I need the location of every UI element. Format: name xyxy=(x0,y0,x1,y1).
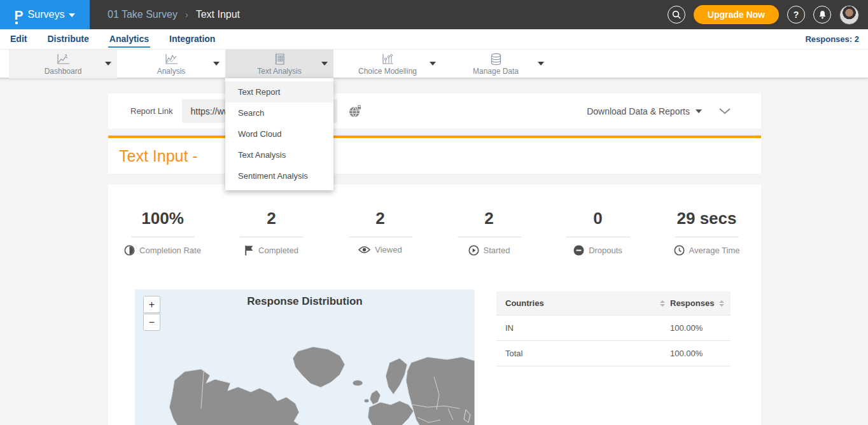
stat-label: Completion Rate xyxy=(139,246,201,255)
breadcrumb: 01 Take Survey › Text Input Upgrade Now … xyxy=(90,0,868,29)
tab-text-analysis[interactable]: Text Analysis xyxy=(225,50,333,78)
sort-responses-icon[interactable] xyxy=(719,300,724,307)
stat-value: 2 xyxy=(217,209,326,228)
zoom-in-button[interactable]: + xyxy=(143,296,160,313)
play-circle-icon xyxy=(468,245,479,256)
stat-started: 2 Started xyxy=(435,209,543,256)
clock-icon xyxy=(674,245,685,256)
analysis-icon xyxy=(164,53,179,66)
nav-integration[interactable]: Integration xyxy=(168,31,216,48)
caret-down-icon[interactable] xyxy=(538,62,544,66)
report-content-panel: 100% Completion Rate 2 Completed 2 Viewe… xyxy=(108,185,761,425)
tab-dashboard[interactable]: Dashboard xyxy=(9,50,117,78)
responses-cell: 100.00% xyxy=(670,323,731,333)
menu-item-word-cloud[interactable]: Word Cloud xyxy=(225,123,333,144)
stat-label: Completed xyxy=(258,246,298,255)
europe-region xyxy=(368,401,414,425)
menu-item-sentiment-analysis[interactable]: Sentiment Analysis xyxy=(225,165,333,186)
stat-value: 2 xyxy=(326,209,435,228)
table-row: IN 100.00% xyxy=(496,316,731,341)
header-actions: Upgrade Now ? xyxy=(668,5,868,25)
breadcrumb-survey-link[interactable]: 01 Take Survey xyxy=(108,9,178,20)
tab-label: Dashboard xyxy=(45,67,82,76)
analytics-toolbar: Dashboard Analysis Text Analysis Choice … xyxy=(0,49,868,78)
caret-down-icon[interactable] xyxy=(213,62,220,66)
download-data-reports-dropdown[interactable]: Download Data & Reports xyxy=(587,106,702,116)
countries-table-header: Countries Responses xyxy=(496,291,731,316)
choice-modelling-icon xyxy=(380,53,396,66)
menu-item-search[interactable]: Search xyxy=(225,102,333,123)
flag-icon xyxy=(244,245,254,256)
table-row-total: Total 100.00% xyxy=(496,341,731,366)
nav-edit[interactable]: Edit xyxy=(9,31,28,48)
caret-down-icon xyxy=(696,109,702,113)
response-distribution-map: Response Distribution + − xyxy=(135,289,475,425)
north-america-region xyxy=(169,369,302,425)
top-header: P Surveys 01 Take Survey › Text Input Up… xyxy=(0,0,868,29)
uk-region xyxy=(370,390,381,405)
tab-label: Analysis xyxy=(157,67,186,76)
stat-viewed: 2 Viewed xyxy=(326,209,435,256)
tab-choice-modelling[interactable]: Choice Modelling xyxy=(333,50,442,78)
report-link-label: Report Link xyxy=(130,106,172,116)
collapse-panel-button[interactable] xyxy=(719,108,731,115)
page-title: Text Input - xyxy=(119,147,198,165)
notifications-button[interactable] xyxy=(813,6,831,24)
tab-label: Choice Modelling xyxy=(358,67,417,76)
zoom-out-button[interactable]: − xyxy=(143,314,160,331)
text-analysis-icon xyxy=(272,53,288,66)
iceland-region xyxy=(353,380,363,386)
stat-value: 0 xyxy=(543,209,652,228)
survey-nav: Edit Distribute Analytics Integration Re… xyxy=(0,29,868,49)
countries-table: Countries Responses IN 100.00% Total 100… xyxy=(496,291,731,366)
upgrade-now-button[interactable]: Upgrade Now xyxy=(694,5,779,24)
report-link-panel: Report Link Download Data & Reports xyxy=(108,94,761,129)
menu-item-text-report[interactable]: Text Report xyxy=(225,81,333,102)
help-button[interactable]: ? xyxy=(787,6,805,24)
bell-icon xyxy=(818,10,827,19)
sort-countries-icon[interactable] xyxy=(660,300,665,307)
tab-label: Text Analysis xyxy=(257,67,301,76)
map-title: Response Distribution xyxy=(135,295,475,308)
tab-analysis[interactable]: Analysis xyxy=(117,50,225,78)
download-data-reports-label: Download Data & Reports xyxy=(587,106,690,116)
scandinavia-region xyxy=(386,358,407,394)
tab-label: Manage Data xyxy=(473,67,519,76)
search-button[interactable] xyxy=(668,6,685,24)
country-cell: Total xyxy=(505,349,522,358)
greenland-region xyxy=(293,347,345,387)
brand-logo-icon: P xyxy=(15,8,24,22)
stat-dropouts: 0 Dropouts xyxy=(543,209,652,256)
tab-manage-data[interactable]: Manage Data xyxy=(442,50,550,78)
divider xyxy=(240,237,304,237)
stat-value: 29 secs xyxy=(652,209,761,228)
minus-circle-icon xyxy=(573,245,584,256)
half-circle-icon xyxy=(124,245,135,256)
divider xyxy=(131,237,195,237)
divider xyxy=(566,237,630,237)
responses-column-header[interactable]: Responses xyxy=(670,298,714,308)
text-analysis-menu: Text Report Search Word Cloud Text Analy… xyxy=(225,78,333,190)
manage-data-icon xyxy=(488,53,504,66)
caret-down-icon[interactable] xyxy=(105,62,111,66)
world-map[interactable] xyxy=(135,344,475,425)
countries-column-header[interactable]: Countries xyxy=(505,298,544,308)
chevron-down-icon xyxy=(69,13,75,17)
avatar[interactable] xyxy=(839,5,859,25)
country-cell: IN xyxy=(505,323,514,333)
title-panel: Text Input - xyxy=(108,138,761,174)
caret-down-icon[interactable] xyxy=(321,62,328,66)
report-privacy-button[interactable] xyxy=(348,105,362,118)
responses-cell: 100.00% xyxy=(670,349,731,358)
eye-icon xyxy=(358,246,370,254)
nav-analytics[interactable]: Analytics xyxy=(108,31,150,48)
stat-average-time: 29 secs Average Time xyxy=(652,209,761,256)
breadcrumb-current: Text Input xyxy=(196,9,240,20)
menu-item-text-analysis[interactable]: Text Analysis xyxy=(225,144,333,165)
stat-value: 100% xyxy=(108,209,217,228)
toolbar-tabs: Dashboard Analysis Text Analysis Choice … xyxy=(9,50,550,78)
nav-distribute[interactable]: Distribute xyxy=(46,31,90,48)
help-icon: ? xyxy=(794,10,799,20)
caret-down-icon[interactable] xyxy=(430,62,436,66)
brand-menu[interactable]: P Surveys xyxy=(0,0,90,29)
